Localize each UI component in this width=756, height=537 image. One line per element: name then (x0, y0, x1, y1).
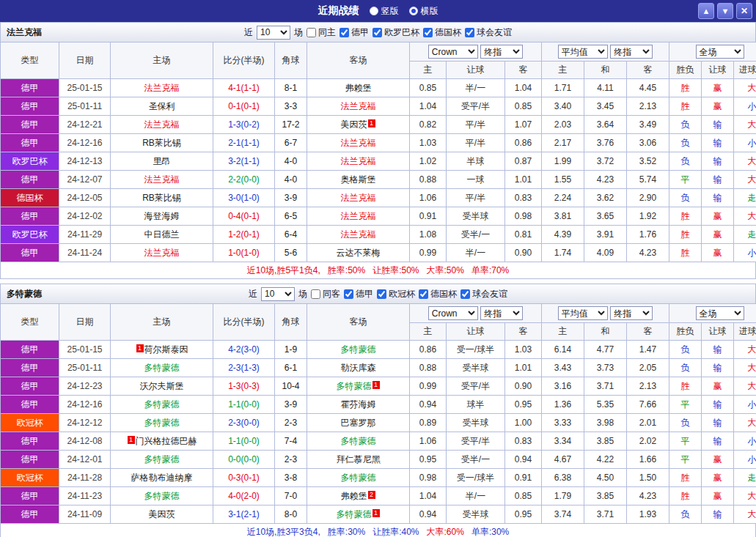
same-venue-checkbox[interactable]: 同主 (307, 26, 336, 39)
team-name[interactable]: 法兰克福 (341, 156, 376, 166)
team-name[interactable]: 多特蒙德 (341, 344, 376, 355)
score-link[interactable]: 1-3(0-2) (228, 119, 260, 130)
team-name[interactable]: 门兴格拉德巴赫 (136, 436, 197, 446)
match-count-select[interactable]: 10 (261, 287, 295, 301)
league-checkbox-bundesliga[interactable]: 德甲 (340, 26, 369, 39)
team-name[interactable]: 法兰克福 (341, 101, 376, 111)
same-venue-checkbox-input[interactable] (307, 28, 316, 37)
move-up-button[interactable]: ▲ (698, 3, 714, 19)
scope-select[interactable]: 全场 (696, 306, 744, 320)
team-name[interactable]: 法兰克福 (144, 119, 180, 130)
score-link[interactable]: 1-3(0-3) (228, 381, 260, 391)
team-name[interactable]: 美因茨 (149, 509, 175, 519)
score-link[interactable]: 4-2(3-0) (228, 344, 260, 355)
team-name[interactable]: 法兰克福 (341, 211, 376, 221)
team-name[interactable]: 拜仁慕尼黑 (337, 454, 381, 464)
team-name[interactable]: 巴塞罗那 (341, 418, 376, 428)
layout-radio-vertical[interactable]: 竖版 (370, 5, 399, 18)
team-name[interactable]: 多特蒙德 (144, 418, 180, 428)
layout-radio-horizontal[interactable]: 横版 (409, 5, 438, 18)
score-link[interactable]: 4-0(2-0) (228, 491, 260, 501)
handicap-result-cell: 输 (702, 432, 734, 451)
score-link[interactable]: 0-1(0-1) (228, 101, 260, 111)
move-down-button[interactable]: ▼ (717, 3, 733, 19)
league-checkbox-dfb-pokal[interactable]: 德国杯 (419, 288, 457, 300)
euro-odds-kind-select[interactable]: 终指 (610, 45, 653, 59)
league-checkbox-friendly[interactable]: 球会友谊 (465, 26, 512, 39)
team-name[interactable]: 多特蒙德 (144, 454, 180, 464)
team-name[interactable]: 多特蒙德 (337, 381, 372, 391)
score-link[interactable]: 2-2(0-0) (228, 174, 260, 185)
team-name[interactable]: 弗赖堡 (341, 491, 367, 501)
league-checkbox-input[interactable] (340, 28, 349, 37)
score-link[interactable]: 4-1(1-1) (228, 83, 260, 93)
team-name[interactable]: 美因茨 (341, 119, 367, 130)
league-checkbox-input[interactable] (373, 28, 382, 37)
team-name[interactable]: 沃尔夫斯堡 (140, 381, 184, 391)
match-count-select[interactable]: 10 (257, 26, 290, 40)
score-link[interactable]: 1-2(0-1) (228, 229, 260, 240)
team-name[interactable]: RB莱比锡 (142, 193, 181, 203)
team-name[interactable]: 中日德兰 (144, 229, 180, 240)
score-link[interactable]: 2-3(0-0) (228, 418, 260, 428)
team-name[interactable]: 多特蒙德 (341, 436, 376, 446)
league-checkbox-input[interactable] (465, 28, 474, 37)
team-name[interactable]: 荷尔斯泰因 (144, 344, 188, 355)
score-link[interactable]: 3-1(2-1) (228, 509, 260, 519)
close-button[interactable]: ✕ (736, 3, 752, 19)
score-link[interactable]: 2-1(1-1) (228, 138, 260, 148)
score-link[interactable]: 0-3(0-1) (228, 473, 260, 483)
score-link[interactable]: 2-3(1-3) (228, 363, 260, 373)
league-checkbox-input[interactable] (419, 289, 428, 299)
team-name[interactable]: RB莱比锡 (142, 138, 181, 148)
team-name[interactable]: 多特蒙德 (341, 473, 376, 483)
score-link[interactable]: 3-0(1-0) (228, 193, 260, 203)
team-name[interactable]: 多特蒙德 (144, 491, 180, 501)
team-name[interactable]: 霍芬海姆 (341, 399, 376, 410)
team-name[interactable]: 里昂 (153, 156, 171, 166)
team-name[interactable]: 法兰克福 (144, 248, 180, 258)
team-name[interactable]: 云达不莱梅 (337, 248, 381, 258)
team-name[interactable]: 萨格勒布迪纳摩 (131, 473, 193, 483)
home-team-cell: RB莱比锡 (111, 134, 213, 152)
euro-odds-source-select[interactable]: 平均值 (558, 45, 608, 59)
league-checkbox-dfb-pokal[interactable]: 德国杯 (423, 26, 461, 39)
league-checkbox-input[interactable] (377, 289, 386, 299)
asia-odds-kind-select[interactable]: 终指 (480, 45, 523, 59)
team-name[interactable]: 勒沃库森 (341, 363, 376, 373)
euro-odds-kind-select[interactable]: 终指 (610, 306, 653, 320)
league-checkbox-bundesliga[interactable]: 德甲 (344, 288, 373, 300)
team-name[interactable]: 多特蒙德 (144, 399, 180, 410)
asia-odds-kind-select[interactable]: 终指 (480, 306, 523, 320)
score-link[interactable]: 3-2(1-1) (228, 156, 260, 166)
team-name[interactable]: 弗赖堡 (345, 83, 372, 93)
score-link[interactable]: 1-0(1-0) (228, 248, 260, 258)
score-link[interactable]: 1-1(0-0) (228, 436, 260, 446)
team-name[interactable]: 法兰克福 (341, 193, 376, 203)
same-venue-checkbox-input[interactable] (311, 289, 320, 299)
team-name[interactable]: 海登海姆 (144, 211, 180, 221)
bookmaker-select[interactable]: Crown (428, 45, 478, 59)
league-checkbox-input[interactable] (344, 289, 353, 299)
score-link[interactable]: 0-0(0-0) (228, 454, 260, 464)
league-checkbox-input[interactable] (460, 289, 470, 299)
score-link[interactable]: 0-4(0-1) (228, 211, 260, 221)
team-name[interactable]: 多特蒙德 (337, 509, 372, 519)
team-name[interactable]: 法兰克福 (144, 174, 180, 185)
team-name[interactable]: 法兰克福 (341, 138, 376, 148)
team-name[interactable]: 圣保利 (149, 101, 175, 111)
score-link[interactable]: 1-1(0-0) (228, 399, 260, 410)
league-checkbox-input[interactable] (423, 28, 433, 37)
asia-away-odds-cell: 0.90 (505, 244, 542, 262)
bookmaker-select[interactable]: Crown (428, 306, 478, 320)
scope-select[interactable]: 全场 (696, 45, 744, 59)
league-checkbox-friendly[interactable]: 球会友谊 (460, 288, 507, 300)
league-checkbox-ucl[interactable]: 欧冠杯 (377, 288, 415, 300)
team-name[interactable]: 多特蒙德 (144, 363, 180, 373)
same-venue-checkbox[interactable]: 同客 (311, 288, 340, 300)
euro-odds-source-select[interactable]: 平均值 (558, 306, 608, 320)
league-checkbox-europa[interactable]: 欧罗巴杯 (373, 26, 419, 39)
team-name[interactable]: 法兰克福 (144, 83, 180, 93)
team-name[interactable]: 奥格斯堡 (341, 174, 376, 185)
team-name[interactable]: 法兰克福 (341, 229, 376, 240)
